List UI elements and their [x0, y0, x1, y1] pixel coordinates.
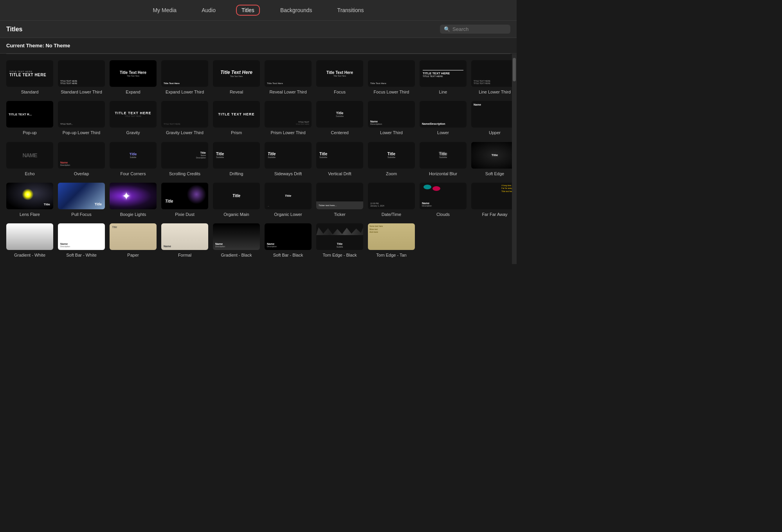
thumb-prism: TITLE TEXT HERE [213, 101, 260, 128]
search-box[interactable]: 🔍 [440, 25, 510, 34]
grid-item-drifting[interactable]: TitleSubtitleDrifting [213, 142, 260, 176]
grid-item-pop-up[interactable]: TITLE TEXT R...Pop-up [6, 101, 53, 135]
item-label: Four Corners [121, 171, 146, 176]
grid-item-pop-up-lower-third[interactable]: TITLE TEXT...Pop-up Lower Third [58, 101, 105, 135]
grid-item-torn-edge---tan[interactable]: Some text hereMore textAnd moreTorn Edge… [368, 223, 415, 258]
grid-item-line[interactable]: TITLE TEXT HERETITLE TEXT HERELine [420, 60, 467, 95]
item-label: Overlap [74, 171, 89, 176]
grid-item-gradient---white[interactable]: Gradient - White [6, 223, 53, 258]
grid-item-lens-flare[interactable]: TitleLens Flare [6, 183, 53, 217]
grid-item-horizontal-blur[interactable]: TitleSubtitleHorizontal Blur [420, 142, 467, 176]
grid-item-overlap[interactable]: NameDescriptionOverlap [58, 142, 105, 176]
thumb-expand_lower: Title Text Here [161, 60, 208, 87]
thumb-organic_lower: Title~ [265, 183, 312, 209]
thumb-softbar_black: NameDescription [265, 223, 312, 250]
grid-item-reveal-lower-third[interactable]: Title Text HereReveal Lower Third [265, 60, 312, 95]
nav-audio[interactable]: Audio [197, 5, 220, 15]
item-label: Lower Third [380, 130, 403, 135]
thumb-centered: TitleSubtitle [316, 101, 363, 128]
thumb-gradient_white [6, 223, 53, 250]
item-label: Line Lower Third [479, 89, 511, 95]
grid-item-upper[interactable]: NameUpper [471, 101, 517, 135]
grid-item-echo[interactable]: NAMEEcho [6, 142, 53, 176]
grid-item-torn-edge---black[interactable]: TitleSubtitleTorn Edge - Black [316, 223, 363, 258]
thumb-sideways_drift: TitleSubtitle [265, 142, 312, 169]
item-label: Pixie Dust [175, 212, 195, 217]
nav-transitions[interactable]: Transitions [333, 5, 369, 15]
grid-item-ticker[interactable]: Ticker text here...Ticker [316, 183, 363, 217]
grid-item-four-corners[interactable]: TitleSubtitleFour Corners [110, 142, 157, 176]
grid-item-soft-edge[interactable]: TitleSoft Edge [471, 142, 517, 176]
grid-item-expand-lower-third[interactable]: Title Text HereExpand Lower Third [161, 60, 208, 95]
thumb-softedge: Title [471, 142, 517, 169]
item-label: Prism Lower Third [270, 130, 305, 135]
grid-item-centered[interactable]: TitleSubtitleCentered [316, 101, 363, 135]
grid-item-zoom[interactable]: TitleSubtitleZoom [368, 142, 415, 176]
item-label: Reveal [230, 89, 243, 95]
grid-item-line-lower-third[interactable]: TITLE TEXT HERETITLE TEXT HERELine Lower… [471, 60, 517, 95]
item-label: Ticker [334, 212, 346, 217]
grid-item-soft-bar---black[interactable]: NameDescriptionSoft Bar - Black [265, 223, 312, 258]
item-label: Reveal Lower Third [269, 89, 306, 95]
item-label: Formal [178, 252, 191, 258]
grid-item-paper[interactable]: TitlePaper [110, 223, 157, 258]
item-label: Clouds [436, 212, 450, 217]
grid-item-expand[interactable]: Title Text HereTitle Text HereExpand [110, 60, 157, 95]
thumb-torn_black: TitleSubtitle [316, 223, 363, 250]
grid-item-prism-lower-third[interactable]: TITLE TEXTTITLE TEXT HEREPrism Lower Thi… [265, 101, 312, 135]
item-label: Vertical Drift [328, 171, 351, 176]
grid-item-far-far-away[interactable]: A long time ago...Far far awayTitle text… [471, 183, 517, 217]
thumb-standard_lower: TITLE TEXT HERETITLE TEXT HERE [58, 60, 105, 87]
nav-backgrounds[interactable]: Backgrounds [276, 5, 317, 15]
thumb-hblur: TitleSubtitle [420, 142, 467, 169]
grid-item-sideways-drift[interactable]: TitleSubtitleSideways Drift [265, 142, 312, 176]
item-label: Pop-up [23, 130, 36, 135]
item-label: Soft Edge [485, 171, 504, 176]
nav-titles[interactable]: Titles [236, 5, 260, 16]
item-label: Gradient - White [14, 252, 45, 258]
grid-item-pull-focus[interactable]: TitlePull Focus [58, 183, 105, 217]
page-wrapper: TITLE TEXT HERETITLE TEXT HEREStandardTI… [0, 54, 517, 264]
grid-item-focus[interactable]: Title Text HereTitle Text HereFocus [316, 60, 363, 95]
grid-item-gravity[interactable]: TITLE TEXT HERETITLE TEXT HEREGravity [110, 101, 157, 135]
grid-item-focus-lower-third[interactable]: Title Text HereFocus Lower Third [368, 60, 415, 95]
thumb-farfaraway: A long time ago...Far far awayTitle text… [471, 183, 517, 209]
grid-item-clouds[interactable]: NameDescriptionClouds [420, 183, 467, 217]
grid-item-boogie-lights[interactable]: ✦Boogie Lights [110, 183, 157, 217]
grid-item-lower-third[interactable]: NameDescriptionLower Third [368, 101, 415, 135]
item-label: Echo [25, 171, 34, 176]
thumb-gravity: TITLE TEXT HERETITLE TEXT HERE [110, 101, 157, 128]
thumb-line_lower: TITLE TEXT HERETITLE TEXT HERE [471, 60, 517, 87]
thumb-lower_third: NameDescription [368, 101, 415, 128]
grid-item-gradient---black[interactable]: NameDescriptionGradient - Black [213, 223, 260, 258]
grid-item-soft-bar---white[interactable]: NameDescriptionSoft Bar - White [58, 223, 105, 258]
grid-item-date-time[interactable]: 12:00 PMJanuary 1, 2024Date/Time [368, 183, 415, 217]
grid-item-reveal[interactable]: Title Text HereTitle Text HereReveal [213, 60, 260, 95]
grid-item-vertical-drift[interactable]: TitleSubtitleVertical Drift [316, 142, 363, 176]
header-bar: Titles 🔍 [0, 21, 517, 38]
grid-item-standard-lower-third[interactable]: TITLE TEXT HERETITLE TEXT HEREStandard L… [58, 60, 105, 95]
theme-banner: Current Theme: No Theme [0, 38, 517, 54]
item-label: Torn Edge - Tan [376, 252, 406, 258]
thumb-gravity_lower: TITLE TEXT HERE [161, 101, 208, 128]
scrollbar-thumb[interactable] [513, 58, 516, 81]
thumb-drifting: TitleSubtitle [213, 142, 260, 169]
thumb-pixie: Title [161, 183, 208, 209]
thumb-prism_lower: TITLE TEXTTITLE TEXT HERE [265, 101, 312, 128]
grid-item-prism[interactable]: TITLE TEXT HEREPrism [213, 101, 260, 135]
search-input[interactable] [452, 26, 507, 32]
grid-item-pixie-dust[interactable]: TitlePixie Dust [161, 183, 208, 217]
grid-item-formal[interactable]: NameFormal [161, 223, 208, 258]
grid-item-standard[interactable]: TITLE TEXT HERETITLE TEXT HEREStandard [6, 60, 53, 95]
nav-my-media[interactable]: My Media [148, 5, 181, 15]
grid-item-gravity-lower-third[interactable]: TITLE TEXT HEREGravity Lower Third [161, 101, 208, 135]
grid-item-organic-main[interactable]: TitleOrganic Main [213, 183, 260, 217]
thumb-echo: NAME [6, 142, 53, 169]
scrollbar[interactable] [512, 54, 517, 264]
grid-item-organic-lower[interactable]: Title~Organic Lower [265, 183, 312, 217]
grid-item-lower[interactable]: Name/DescriptionLower [420, 101, 467, 135]
item-label: Far Far Away [482, 212, 507, 217]
grid-item-scrolling-credits[interactable]: TitleNameDescriptionScrolling Credits [161, 142, 208, 176]
thumb-standard: TITLE TEXT HERETITLE TEXT HERE [6, 60, 53, 87]
item-label: Horizontal Blur [429, 171, 457, 176]
